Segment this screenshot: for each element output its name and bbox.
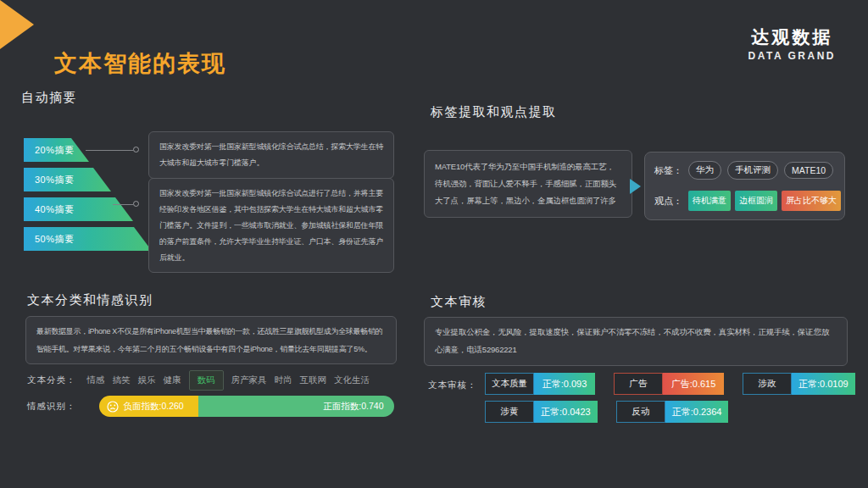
sentiment-label: 情感识别： (27, 401, 76, 413)
category-item-selected: 数码 (189, 370, 224, 391)
opinion-chip-positive: 待机满意 (688, 191, 731, 211)
moderation-badge-name: 反动 (616, 401, 665, 423)
connector-dot (133, 147, 139, 152)
funnel-bar-label: 50%摘要 (24, 227, 152, 251)
funnel-bar-30: 30%摘要 (24, 168, 111, 191)
moderation-badge-name: 文本质量 (485, 373, 534, 395)
presentation-slide: 文本智能的表现 达观数据 DATA GRAND 自动摘要 标签提取和观点提取 文… (0, 0, 868, 488)
moderation-label: 文本审核： (428, 380, 477, 391)
moderation-row-1: 文本质量 正常:0.093 广告 广告:0.615 涉政 正常:0.0109 (485, 373, 855, 395)
logo-text-cn: 达观数据 (748, 25, 836, 49)
sentiment-positive-segment: 正面指数:0.740 (198, 396, 394, 417)
section-title-tag-opinion: 标签提取和观点提取 (431, 104, 557, 120)
summary-short-box: 国家发改委对第一批国家新型城镇化综合试点总结，探索大学生在特大城市和超大城市零门… (148, 131, 394, 179)
tag-pill: 手机评测 (727, 161, 778, 180)
sentiment-negative-segment: 负面指数:0.260 (99, 396, 198, 417)
tag-pill: MATE10 (784, 162, 833, 179)
summary-funnel: 20%摘要 30%摘要 40%摘要 50%摘要 (24, 138, 152, 257)
moderation-badge-name: 广告 (614, 373, 663, 395)
moderation-source-box: 专业提取公积金，无风险，提取速度快，保证账户不清零不冻结，不成功不收费，真实材料… (424, 317, 848, 366)
category-item: 情感 (87, 374, 105, 386)
tags-label: 标签： (654, 164, 682, 177)
moderation-badge-quality: 文本质量 正常:0.093 (485, 373, 595, 395)
classification-source-box: 最新数据显示，iPhone X不仅是所有iPhone机型当中最畅销的一款，还战胜… (25, 316, 397, 364)
category-item: 互联网 (300, 374, 327, 386)
funnel-bar-label: 40%摘要 (24, 197, 133, 221)
opinions-label: 观点： (654, 195, 682, 208)
opinions-row: 观点： 待机满意 边框圆润 屏占比不够大 (654, 191, 835, 211)
moderation-badge-result: 正常:0.093 (534, 373, 595, 395)
classification-row: 文本分类： 情感 搞笑 娱乐 健康 数码 房产家具 时尚 互联网 文化生活 (27, 370, 370, 391)
category-item: 健康 (164, 374, 181, 386)
sentiment-positive-value: 正面指数:0.740 (323, 401, 383, 413)
moderation-badge-reactionary: 反动 正常:0.2364 (616, 401, 729, 423)
classification-label: 文本分类： (27, 374, 76, 386)
moderation-badge-ad: 广告 广告:0.615 (614, 373, 724, 395)
moderation-badge-politics: 涉政 正常:0.0109 (743, 373, 855, 395)
section-title-moderation: 文本审核 (431, 294, 487, 310)
funnel-bar-40: 40%摘要 (24, 197, 133, 221)
sentiment-bar: 负面指数:0.260 正面指数:0.740 (99, 396, 394, 417)
frown-icon (107, 401, 119, 413)
category-item: 时尚 (275, 374, 292, 386)
moderation-badge-porn: 涉黄 正常:0.0423 (485, 401, 598, 423)
tag-opinion-panel: 标签： 华为 手机评测 MATE10 观点： 待机满意 边框圆润 屏占比不够大 (644, 152, 845, 220)
tags-row: 标签： 华为 手机评测 MATE10 (654, 161, 835, 180)
funnel-bar-50: 50%摘要 (24, 227, 152, 251)
connector-line (86, 150, 133, 151)
page-title: 文本智能的表现 (54, 48, 226, 79)
moderation-badge-result: 正常:0.2364 (665, 401, 729, 423)
logo-text-en: DATA GRAND (748, 50, 836, 62)
moderation-badge-result: 广告:0.615 (663, 373, 724, 395)
category-item: 文化生活 (334, 374, 370, 386)
section-title-classification: 文本分类和情感识别 (27, 292, 153, 308)
moderation-row-2: 涉黄 正常:0.0423 反动 正常:0.2364 (485, 401, 728, 423)
connector-dot (133, 201, 139, 207)
moderation-badge-name: 涉政 (743, 373, 792, 395)
summary-long-box: 国家发改委对第一批国家新型城镇化综合试点进行了总结，并将主要经验印发各地区借鉴，… (148, 178, 394, 273)
opinion-chip-negative: 屏占比不够大 (782, 191, 841, 211)
opinion-chip-positive: 边框圆润 (735, 191, 777, 211)
moderation-badge-result: 正常:0.0423 (534, 401, 598, 423)
sentiment-row: 情感识别： 负面指数:0.260 正面指数:0.740 (27, 396, 394, 417)
title-arrow-icon (0, 0, 34, 49)
moderation-badge-result: 正常:0.0109 (792, 373, 855, 395)
section-title-auto-summary: 自动摘要 (21, 90, 77, 106)
arrow-right-icon (630, 179, 641, 194)
category-item: 搞笑 (113, 374, 131, 386)
moderation-badge-name: 涉黄 (485, 401, 534, 423)
funnel-bar-label: 30%摘要 (24, 168, 111, 191)
category-item: 房产家具 (231, 374, 267, 386)
connector-line (113, 204, 133, 205)
category-list: 情感 搞笑 娱乐 健康 数码 房产家具 时尚 互联网 文化生活 (87, 370, 370, 391)
sentiment-negative-value: 负面指数:0.260 (124, 401, 184, 413)
tagging-source-box: MATE10代表了华为乃至中国手机制造的最高工艺，待机强劲，背面让人爱不释手，手… (424, 150, 632, 218)
funnel-bar-20: 20%摘要 (24, 138, 89, 162)
funnel-bar-label: 20%摘要 (24, 138, 89, 162)
category-item: 娱乐 (138, 374, 156, 386)
brand-logo: 达观数据 DATA GRAND (748, 25, 836, 62)
tag-pill: 华为 (688, 161, 721, 180)
